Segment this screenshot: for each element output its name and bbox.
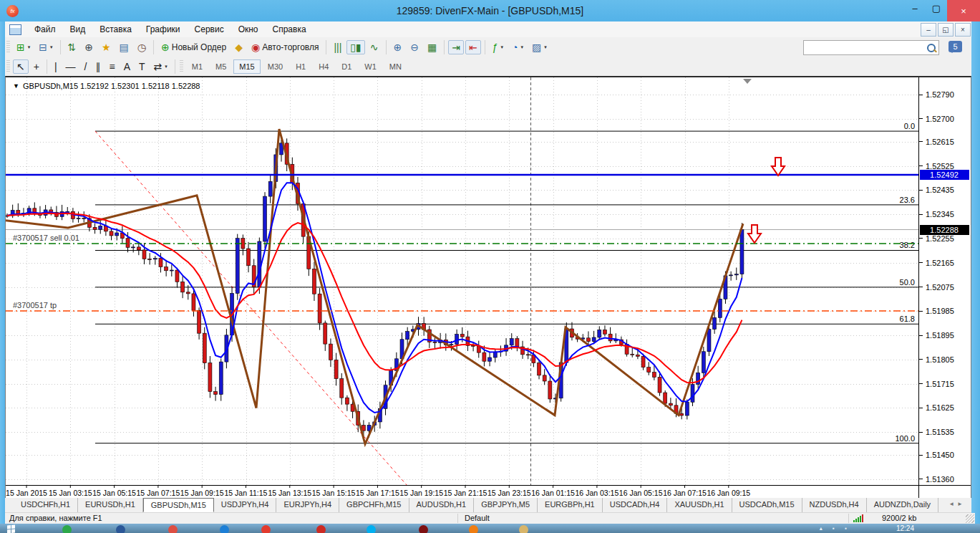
status-profile[interactable]: Default bbox=[465, 514, 490, 522]
child-restore-button[interactable]: ◱ bbox=[938, 23, 954, 37]
taskbar-app-10[interactable] bbox=[514, 525, 533, 533]
child-minimize-button[interactable]: – bbox=[921, 23, 936, 37]
tab-gbpchfh-m15[interactable]: GBPCHFh,M15 bbox=[339, 498, 409, 512]
timeframe-m30[interactable]: M30 bbox=[262, 59, 288, 74]
bar-chart-button[interactable]: ||| ▾ bbox=[330, 40, 345, 54]
timeframe-h4[interactable]: H4 bbox=[313, 59, 334, 74]
tab-eurjpyh-h4[interactable]: EURJPYh,H4 bbox=[276, 498, 339, 512]
arrow-objects-tool[interactable]: ⇄ ▾ bbox=[150, 59, 171, 74]
search-input[interactable] bbox=[804, 44, 926, 52]
timeframe-d1[interactable]: D1 bbox=[336, 59, 357, 74]
taskbar-clock[interactable]: 12:24 bbox=[896, 524, 914, 532]
indicators-button[interactable]: ƒ ▾ bbox=[489, 40, 507, 54]
autotrading-button[interactable]: ◉ Авто-торговля ▾ bbox=[248, 40, 322, 54]
menu-charts[interactable]: Графики bbox=[139, 22, 188, 37]
cursor-tool[interactable]: ↖ ▾ bbox=[13, 59, 29, 74]
taskbar-app-4[interactable] bbox=[215, 525, 233, 533]
menu-service[interactable]: Сервис bbox=[188, 22, 231, 37]
auto-scroll-button[interactable]: ⇥ ▾ bbox=[448, 40, 464, 54]
line-chart-button[interactable]: ∿ ▾ bbox=[367, 40, 382, 54]
menu-window[interactable]: Окно bbox=[231, 22, 266, 37]
strategy-tester-button[interactable]: ◷ ▾ bbox=[134, 40, 150, 54]
minimize-button[interactable]: – bbox=[904, 0, 926, 16]
taskbar-app-9[interactable] bbox=[464, 525, 482, 533]
navigator-button[interactable]: ⊕ ▾ bbox=[81, 40, 97, 54]
title-bar[interactable]: fx 129859: DivenFX-Main - [GBPUSDh,M15] … bbox=[0, 0, 980, 21]
new-chart-button[interactable]: ⊞ ▾ bbox=[13, 40, 34, 54]
child-close-button[interactable]: × bbox=[955, 23, 971, 37]
text-tool[interactable]: A ▾ bbox=[120, 59, 134, 74]
timeframe-m1[interactable]: M1 bbox=[186, 59, 208, 74]
chart-shift-marker[interactable] bbox=[743, 79, 752, 84]
tile-windows-button[interactable]: ▦ ▾ bbox=[424, 40, 440, 54]
horizontal-line-tool[interactable]: — ▾ bbox=[62, 59, 79, 74]
vertical-line-tool[interactable]: | ▾ bbox=[51, 59, 61, 74]
timeframe-h1[interactable]: H1 bbox=[290, 59, 311, 74]
taskbar-app-2[interactable] bbox=[111, 525, 130, 533]
trendline-tool[interactable]: / ▾ bbox=[81, 59, 91, 74]
new-order-button[interactable]: ⊕ Новый Ордер ▾ bbox=[157, 40, 230, 54]
tab-audusdh-h1[interactable]: AUDUSDh,H1 bbox=[409, 498, 475, 512]
templates-button[interactable]: ▨ ▾ bbox=[528, 40, 550, 54]
tab-usdchfh-h1[interactable]: USDCHFh,H1 bbox=[14, 498, 78, 512]
metaeditor-button[interactable]: ◆ ▾ bbox=[231, 40, 246, 54]
red-down-arrow-icon[interactable] bbox=[772, 158, 785, 176]
market-watch-button[interactable]: ⇅ ▾ bbox=[64, 40, 80, 54]
tab-audnzdh-daily[interactable]: AUDNZDh,Daily bbox=[867, 498, 938, 512]
timeframe-mn[interactable]: MN bbox=[384, 59, 407, 74]
chart-collapse-icon[interactable]: ▼ bbox=[13, 82, 19, 90]
system-tray-icons[interactable]: ▴ ▪ ▪ bbox=[820, 525, 851, 532]
tab-scroll-arrows[interactable]: ◄► bbox=[949, 501, 966, 507]
menu-file[interactable]: Файл bbox=[27, 22, 63, 37]
tab-usdcadh-m15[interactable]: USDCADh,M15 bbox=[732, 498, 802, 512]
zigzag-indicator[interactable] bbox=[6, 129, 743, 444]
close-button[interactable]: × bbox=[947, 0, 980, 21]
start-button[interactable] bbox=[7, 524, 15, 533]
timeframe-w1[interactable]: W1 bbox=[359, 59, 382, 74]
taskbar-app-5[interactable] bbox=[256, 525, 275, 533]
profiles-button[interactable]: ⊟ ▾ bbox=[35, 40, 56, 54]
fib-level-label: 50.0 bbox=[900, 278, 915, 287]
periods-button[interactable]: ◔ ▾ bbox=[508, 40, 527, 54]
price-axis[interactable]: 1.527901.527001.526151.525251.524351.523… bbox=[6, 77, 971, 499]
taskbar-app-1[interactable] bbox=[57, 525, 76, 533]
menu-insert[interactable]: Вставка bbox=[92, 22, 139, 37]
taskbar-app-8[interactable] bbox=[414, 525, 432, 533]
tab-gbpjpyh-m5[interactable]: GBPJPYh,M5 bbox=[474, 498, 538, 512]
tab-eurusdh-h1[interactable]: EURUSDh,H1 bbox=[78, 498, 143, 512]
resize-grip[interactable] bbox=[966, 514, 974, 523]
candlestick-chart-button[interactable]: ▯▮ ▾ bbox=[346, 40, 364, 54]
channel-tool[interactable]: ∥ ▾ bbox=[92, 59, 104, 74]
tab-nzdusdh-h4[interactable]: NZDUSDh,H4 bbox=[802, 498, 867, 512]
chart-shift-button[interactable]: ⇤ ▾ bbox=[465, 40, 481, 54]
timeframe-m15[interactable]: M15 bbox=[233, 59, 260, 74]
tab-usdjpyh-h4[interactable]: USDJPYh,H4 bbox=[214, 498, 277, 512]
time-axis[interactable]: 15 Jan 201515 Jan 03:1515 Jan 05:1515 Ja… bbox=[6, 485, 750, 497]
search-icon[interactable] bbox=[926, 43, 936, 53]
zoom-out-button[interactable]: ⊖ ▾ bbox=[407, 40, 422, 54]
menu-help[interactable]: Справка bbox=[266, 22, 314, 37]
price-tick-label: 1.51450 bbox=[926, 451, 954, 459]
taskbar-app-7[interactable] bbox=[362, 525, 380, 533]
notifications-badge[interactable]: 5 bbox=[949, 41, 962, 52]
moving-average-slow[interactable] bbox=[7, 213, 742, 383]
taskbar-app-6[interactable] bbox=[311, 525, 330, 533]
chart-canvas[interactable]: 0.023.638.250.061.8100.0#3700517 sell 0.… bbox=[5, 76, 971, 499]
text-label-tool[interactable]: T ▾ bbox=[135, 59, 149, 74]
fibonacci-tool[interactable]: ≡ ▾ bbox=[105, 59, 118, 74]
terminal-button[interactable]: ▤ ▾ bbox=[116, 40, 132, 54]
timeframe-m5[interactable]: M5 bbox=[210, 59, 232, 74]
zoom-in-button[interactable]: ⊕ ▾ bbox=[390, 40, 406, 54]
taskbar-app-3[interactable] bbox=[163, 525, 182, 533]
maximize-button[interactable]: ▢ bbox=[926, 0, 947, 16]
menu-view[interactable]: Вид bbox=[63, 22, 93, 37]
connection-signal-icon[interactable] bbox=[853, 514, 863, 522]
red-down-arrow-icon[interactable] bbox=[748, 225, 761, 243]
tab-xauusdh-h1[interactable]: XAUUSDh,H1 bbox=[667, 498, 732, 512]
tab-usdcadh-h4[interactable]: USDCADh,H4 bbox=[603, 498, 668, 512]
time-tick-label: 15 Jan 15:15 bbox=[312, 489, 356, 497]
crosshair-tool[interactable]: + ▾ bbox=[30, 59, 43, 74]
tab-gbpusdh-m15[interactable]: GBPUSDh,M15 bbox=[143, 498, 214, 512]
tab-eurgbph-h1[interactable]: EURGBPh,H1 bbox=[538, 498, 603, 512]
favorites-button[interactable]: ★ ▾ bbox=[98, 40, 115, 54]
